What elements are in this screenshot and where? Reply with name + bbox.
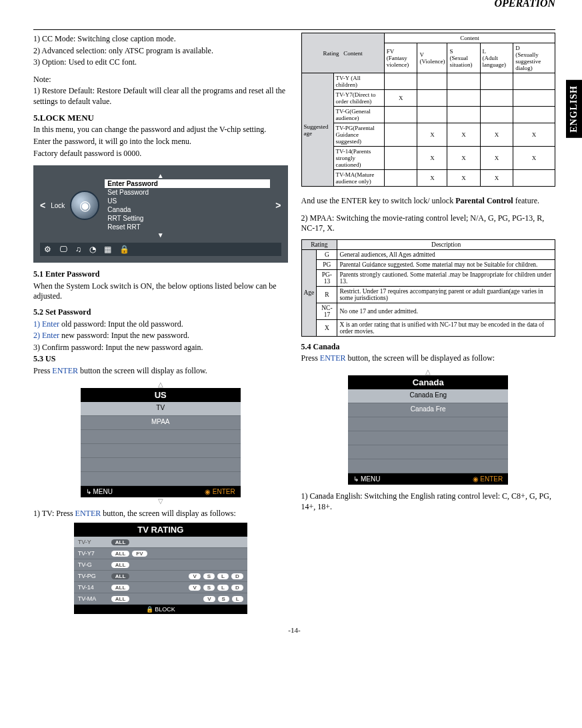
s52a-tail: old password: Input the old password. (59, 319, 183, 329)
t1-r1-3 (480, 90, 513, 107)
lock-osd: ▲ < Lock ◉ Enter Password Set Password U… (33, 165, 288, 263)
us-row-6 (81, 472, 241, 486)
us-row-4 (81, 444, 241, 458)
tvr-ma-all[interactable]: ALL (111, 596, 130, 602)
ca-foot-menu-label: MENU (361, 475, 380, 483)
tvr-y7-fv[interactable]: FV (132, 551, 147, 557)
tvr-ma-v[interactable]: V (203, 596, 215, 602)
us-row-mpaa[interactable]: MPAA (81, 416, 241, 430)
t1-r4-1: X (417, 147, 447, 170)
ca-row-eng[interactable]: Canada Eng (348, 389, 508, 403)
tvr-14-v[interactable]: V (189, 585, 200, 591)
t1-r3-4: X (513, 123, 555, 147)
t1-rowhdr: Suggested age (301, 73, 333, 187)
tvr-row-pg[interactable]: TV-PG ALL V S L D (74, 571, 247, 582)
t1-col-l: L(Adult language) (480, 43, 513, 73)
content-rating-table: Rating Content Content FV(Fantasy violen… (301, 33, 556, 187)
tvr-ma-label: TV-MA (78, 595, 109, 602)
t1-r5-l: TV-MA(Mature audience only) (333, 170, 384, 187)
us-foot-menu[interactable]: ↳ MENU (86, 488, 113, 495)
ca-menu-title: Canada (348, 375, 508, 389)
t2-r2-r: PG-13 (317, 269, 337, 286)
lock-menu-title: 5.LOCK MENU (33, 113, 288, 124)
t2-r1-d: Parental Guidance suggested. Some materi… (337, 259, 555, 269)
t1-r0-2 (447, 73, 480, 90)
tvr-y7-all[interactable]: ALL (111, 551, 130, 557)
t1-r3-l: TV-PG(Parental Guidance suggested) (333, 123, 384, 147)
s52b-tail: new password: Input the new password. (59, 331, 189, 340)
us-foot-enter-label: ENTER (213, 488, 235, 495)
note-text: 1) Restore Default: Restore Default will… (33, 86, 288, 107)
t2-r5-r: X (317, 319, 337, 336)
enter-link-1: 1) Enter (33, 319, 59, 329)
tvr-g-label: TV-G (78, 561, 109, 568)
s53-title: 5.3 US (33, 354, 288, 365)
us-row-3 (81, 430, 241, 444)
tvr-ma-s[interactable]: S (218, 596, 229, 602)
tvr-14-s[interactable]: S (203, 585, 215, 591)
t2-r4-r: NC-17 (317, 303, 337, 319)
ca-row-6 (348, 459, 508, 473)
s52-a: 1) Enter old password: Input the old pas… (33, 319, 288, 330)
t1-r0-l: TV-Y (All children) (333, 73, 384, 90)
tvr-14-all[interactable]: ALL (111, 585, 130, 591)
intro-2: 2) Advanced selection: only ATSC program… (33, 46, 288, 57)
tvr-pg-d[interactable]: D (231, 573, 243, 579)
t1-r1-1 (417, 90, 447, 107)
lock-item-rrt-setting[interactable]: RRT Setting (105, 214, 270, 223)
tvr-ma-l[interactable]: L (232, 596, 243, 602)
tvr-pg-s[interactable]: S (203, 573, 215, 579)
t2-r5-d: X is an order rating that is unified wit… (337, 319, 555, 336)
note-title: Note: (33, 75, 288, 85)
us-row-5 (81, 458, 241, 472)
t1-r1-4 (513, 90, 555, 107)
tvr-14-d[interactable]: D (231, 585, 243, 591)
ca-row-4 (348, 431, 508, 445)
tvr-row-ma[interactable]: TV-MA ALL V S L (74, 593, 247, 605)
tvr-foot: 🔒 BLOCK (74, 605, 247, 614)
lock-item-enter-password[interactable]: Enter Password (105, 179, 270, 188)
tvr-g-all[interactable]: ALL (111, 562, 130, 568)
tv-rating-menu: TV RATING TV-Y ALL TV-Y7 ALL FV TV-G ALL… (74, 523, 247, 614)
tvr-y7-label: TV-Y7 (78, 550, 109, 557)
lock-item-set-password[interactable]: Set Password (105, 188, 270, 197)
tvr-pg-l[interactable]: L (217, 573, 229, 579)
enter-a: And use the ENTER key to switch lock/ un… (301, 196, 456, 205)
arrow-left-icon: < (40, 200, 45, 211)
ca-foot-enter[interactable]: ◉ ENTER (473, 475, 503, 483)
tv-line: 1) TV: Press ENTER button, the screen wi… (33, 509, 288, 519)
lock-item-us[interactable]: US (105, 197, 270, 205)
lock-item-canada[interactable]: Canada (105, 205, 270, 214)
t2-r3-r: R (317, 286, 337, 303)
t1-r4-0 (384, 147, 417, 170)
tvr-row-y7[interactable]: TV-Y7 ALL FV (74, 548, 247, 559)
s52-b: 2) Enter new password: Input the new pas… (33, 331, 288, 341)
t1-r1-l: TV-Y7(Direct to order children) (333, 90, 384, 107)
enter-link-4: ENTER (75, 509, 101, 518)
tvr-14-l[interactable]: L (217, 585, 229, 591)
tvr-row-g[interactable]: TV-G ALL (74, 559, 247, 571)
ca-row-fre[interactable]: Canada Fre (348, 403, 508, 417)
t2-desc-hdr: Description (337, 239, 555, 249)
tvr-row-14[interactable]: TV-14 ALL V S L D (74, 582, 247, 593)
tvr-y-label: TV-Y (78, 539, 109, 545)
tvr-pg-v[interactable]: V (189, 573, 200, 579)
t1-r3-3: X (480, 123, 513, 147)
us-row-tv[interactable]: TV (81, 402, 241, 416)
tvr-pg-all[interactable]: ALL (111, 573, 130, 579)
s54c: button, the screen will be displayed as … (346, 353, 495, 363)
language-tab: ENGLISH (566, 80, 582, 138)
us-foot-enter[interactable]: ◉ ENTER (205, 488, 235, 495)
tvr-y-all[interactable]: ALL (111, 539, 130, 545)
us-menu: △ US TV MPAA ↳ MENU ◉ ENTER ▽ (81, 381, 241, 505)
enter-link-3: ENTER (52, 366, 78, 375)
tvr-14-label: TV-14 (78, 584, 109, 591)
t1-r5-1: X (417, 170, 447, 187)
us-foot-menu-label: MENU (93, 488, 113, 495)
ca-foot-menu[interactable]: ↳ MENU (353, 475, 380, 483)
tvr-row-y[interactable]: TV-Y ALL (74, 537, 247, 548)
tvr-title: TV RATING (74, 523, 247, 537)
enter-b: Parental Control (455, 196, 513, 205)
lock-item-reset-rrt[interactable]: Reset RRT (105, 223, 270, 231)
mpaa-line: 2) MPAA: Switching the movie-rating cont… (301, 213, 556, 234)
